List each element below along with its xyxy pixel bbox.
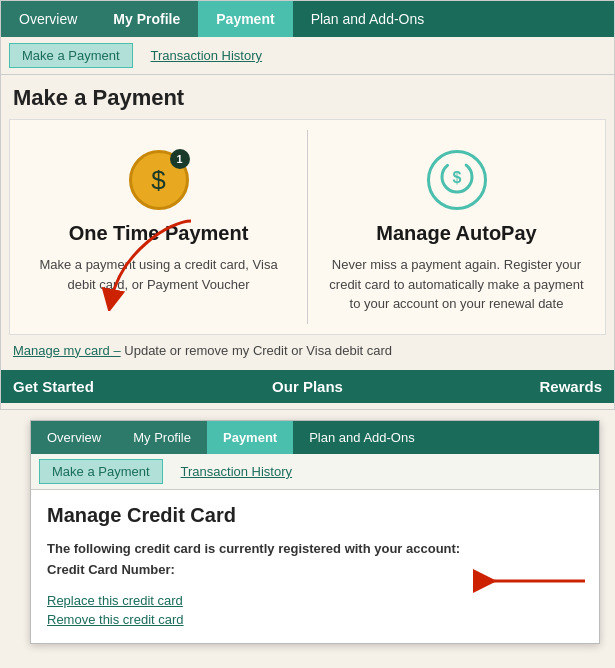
bottom-page-title: Manage Credit Card <box>47 504 583 527</box>
remove-credit-card-link[interactable]: Remove this credit card <box>47 612 583 627</box>
manage-card-link[interactable]: Manage my card – <box>13 343 121 358</box>
bottom-sub-tabs: Make a Payment Transaction History <box>31 454 599 490</box>
bottom-nav-tabs: Overview My Profile Payment Plan and Add… <box>31 421 599 454</box>
credit-card-info: The following credit card is currently r… <box>47 539 583 581</box>
tab-plan-addons[interactable]: Plan and Add-Ons <box>293 1 443 37</box>
credit-card-links: Replace this credit card Remove this cre… <box>47 593 583 627</box>
one-time-payment-icon: $ 1 <box>129 150 189 210</box>
manage-autopay-card[interactable]: $ Manage AutoPay Never miss a payment ag… <box>307 130 605 324</box>
bottom-sub-tab-transaction-history[interactable]: Transaction History <box>169 459 305 484</box>
bottom-tab-payment[interactable]: Payment <box>207 421 293 454</box>
credit-card-number-label: Credit Card Number: <box>47 562 175 577</box>
bottom-tab-plan-addons[interactable]: Plan and Add-Ons <box>293 421 431 454</box>
bottom-tab-overview[interactable]: Overview <box>31 421 117 454</box>
one-time-payment-desc: Make a payment using a credit card, Visa… <box>30 255 287 294</box>
manage-card-text: Update or remove my Credit or Visa debit… <box>121 343 392 358</box>
notification-badge: 1 <box>170 149 190 169</box>
payment-cards-area: $ 1 One Time Payment Make a payment usin… <box>9 119 606 335</box>
tab-my-profile[interactable]: My Profile <box>95 1 198 37</box>
svg-text:$: $ <box>452 169 461 186</box>
manage-autopay-title: Manage AutoPay <box>376 222 536 245</box>
bottom-section: Overview My Profile Payment Plan and Add… <box>30 420 600 644</box>
page-title: Make a Payment <box>1 75 614 119</box>
sub-tab-make-payment[interactable]: Make a Payment <box>9 43 133 68</box>
sub-tab-transaction-history[interactable]: Transaction History <box>139 43 275 68</box>
bottom-sub-tab-make-payment[interactable]: Make a Payment <box>39 459 163 484</box>
get-started-label: Get Started <box>13 378 209 395</box>
top-section: Overview My Profile Payment Plan and Add… <box>0 0 615 410</box>
get-started-bar: Get Started Our Plans Rewards <box>1 370 614 403</box>
rewards-label: Rewards <box>406 378 602 395</box>
manage-autopay-icon: $ <box>427 150 487 210</box>
tab-overview[interactable]: Overview <box>1 1 95 37</box>
one-time-payment-card[interactable]: $ 1 One Time Payment Make a payment usin… <box>10 130 307 324</box>
top-sub-tabs: Make a Payment Transaction History <box>1 37 614 75</box>
tab-payment[interactable]: Payment <box>198 1 292 37</box>
top-nav-tabs: Overview My Profile Payment Plan and Add… <box>1 1 614 37</box>
manage-card-link-area: Manage my card – Update or remove my Cre… <box>1 335 614 366</box>
bottom-tab-my-profile[interactable]: My Profile <box>117 421 207 454</box>
manage-autopay-desc: Never miss a payment again. Register you… <box>328 255 585 314</box>
bottom-content: Manage Credit Card The following credit … <box>31 490 599 643</box>
replace-credit-card-link[interactable]: Replace this credit card <box>47 593 583 608</box>
one-time-payment-title: One Time Payment <box>69 222 249 245</box>
our-plans-label: Our Plans <box>209 378 405 395</box>
